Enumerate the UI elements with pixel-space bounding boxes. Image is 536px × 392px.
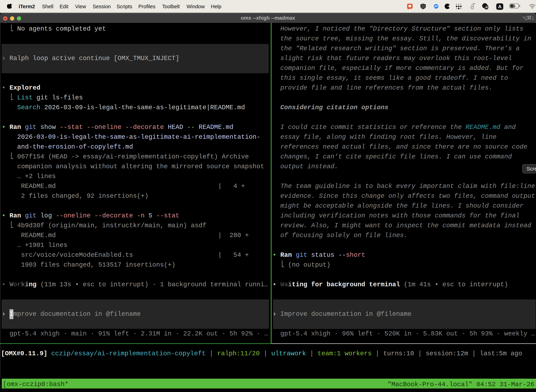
- svg-text:..61: ..61: [484, 6, 489, 9]
- svg-text:1: 1: [531, 16, 534, 21]
- svg-text:A: A: [498, 4, 502, 9]
